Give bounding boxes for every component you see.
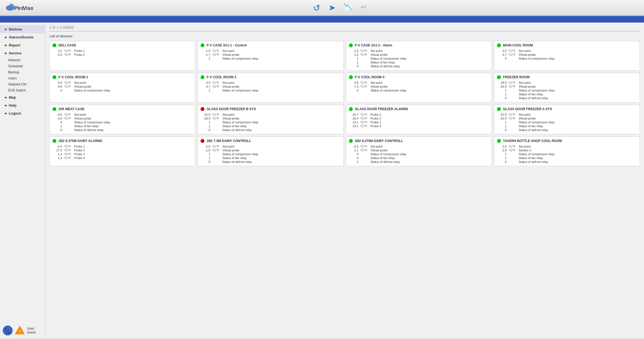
data-label: Status of defrost relay [518,128,637,132]
table-row: -2.0°C/°FSet point [349,145,489,148]
status-dot [52,139,56,143]
device-name: F-V COOL ROOM 1 [59,75,88,79]
sidebar-item-alarms[interactable]: ▶ Alarms/Events [0,33,45,41]
data-value: 1 [349,160,359,164]
refresh-icon[interactable]: ↺ [313,3,320,13]
header: Pl nt Visor ↺ ➤ 📉 ↩ [0,0,644,16]
device-card[interactable]: GLASS DOOR FREEZER ALARMS-16.7°C/°FProbe… [346,105,492,134]
data-label: Probe 3 [370,120,489,124]
device-card[interactable]: 20ft MEAT CASE-4.0°C/°FSet point-3.9°C/°… [49,105,195,134]
device-card[interactable]: F-V CASE 3A1-2 - Alarm-1.0°C/°FSet point… [346,41,492,71]
data-unit [211,124,221,128]
table-row: -16.0°C/°FVirtual probe [497,85,637,88]
data-unit [63,128,73,132]
device-data-table: 2.0°C/°FSet point3.7°C/°FVirtual probe0S… [497,49,637,60]
table-row: 1Status of compressor relay [201,57,340,60]
data-value: 3.1 [52,49,63,53]
device-card[interactable]: F-V COOL ROOM 24.0°C/°FSet point4.7°C/°F… [198,73,343,102]
data-label: Set point [221,49,340,53]
data-value: 1 [349,57,359,60]
sidebar-item-service[interactable]: ▶ Service [0,49,45,57]
device-card[interactable]: 2B2 9.375M DAIRY CONTROLL-2.0°C/°FSet po… [346,137,492,166]
data-value: 0 [349,64,359,68]
device-card[interactable]: 2B1 7.5M DAIRY CONTROLL-2.0°C/°FSet poin… [198,137,343,166]
data-label: Probe 4 [73,156,192,160]
device-data-table: 4.0°C/°FSet point4.7°C/°FVirtual probe1S… [201,81,340,92]
data-unit: °C/°F [63,116,73,120]
data-label: Probe 2 [73,148,192,152]
data-value: -16.7 [349,113,359,116]
table-row: 0Status of compressor relay [349,152,489,156]
sidebar-sub-label-setpoint: Setpoint Ctrl [8,82,26,86]
device-card[interactable]: GLASS DOOR FREEZER B SYS-22.0°C/°FSet po… [198,105,343,134]
sidebar-item-report[interactable]: ▶ Report [0,41,45,49]
device-data-table: -2.0°C/°FSet point1.1°C/°FVirtual probe0… [349,145,489,164]
data-value: -2.0 [349,145,359,148]
data-unit: °C/°F [63,113,73,116]
device-data-table: 4.6°C/°FSet point7.3°C/°FVirtual probe0S… [349,81,489,92]
device-card[interactable]: 2B2 9.375M DAIRY ALARMS-0.4°C/°FProbe 11… [49,137,195,166]
data-value: 0 [349,156,359,160]
sidebar-sub-users[interactable]: Users [0,75,45,81]
sidebar-sub-backup[interactable]: Backup [0,69,45,75]
data-value: 2.0 [497,49,507,53]
device-card[interactable]: GLASS DOOR FREEZER A SYS-22.0°C/°FSet po… [494,105,640,134]
sidebar-item-logout[interactable]: ▶ Logout [0,109,45,117]
data-unit [359,88,370,92]
data-unit: °C/°F [63,85,73,88]
status-dot [201,43,204,47]
user-label: User: [27,327,36,330]
data-label: Virtual probe [221,85,340,88]
data-unit [359,64,370,68]
device-card[interactable]: MAIN COOL ROOM2.0°C/°FSet point3.7°C/°FV… [494,41,640,71]
cursor-icon[interactable]: ➤ [329,3,335,13]
table-row: 2.0°C/°FSet point [497,49,637,53]
sidebar-label-report: Report [9,43,20,47]
device-card[interactable]: TAVERN BOTTLE SHOP COOL ROOM2.5°C/°FSet … [494,137,640,166]
data-unit: °C/°F [507,53,518,57]
data-unit: °C/°F [359,145,370,148]
sidebar-item-devices[interactable]: ▶ Devices [0,25,45,33]
table-row: -16.7°C/°FProbe 1 [349,113,489,116]
sidebar-item-help[interactable]: ▶ Help [0,101,45,109]
sidebar-sub-scheduler[interactable]: Scheduler [0,63,45,69]
sidebar-sub-network[interactable]: Network [0,57,45,63]
arrow-icon: ▶ [5,36,7,39]
sidebar-sub-setpoint[interactable]: Setpoint Ctrl [0,81,45,87]
table-row: 0Status of compressor relay [52,120,192,124]
data-unit [211,152,221,156]
sidebar-label-alarms: Alarms/Events [9,35,34,39]
data-unit [507,96,518,100]
device-card[interactable]: FREEZER ROOM-18.0°C/°FSet point-16.0°C/°… [494,73,640,102]
data-unit: °C/°F [211,49,221,53]
table-row: 7.3°C/°FVirtual probe [349,85,489,88]
data-label: Status of defrost relay [370,160,489,164]
data-label: Probe 1 [73,145,192,148]
data-value: -18.4 [349,116,359,120]
device-card[interactable]: F-V COOL ROOM 34.6°C/°FSet point7.3°C/°F… [346,73,492,102]
device-card[interactable]: F-V CASE 3A1-1 - Control-1.0°C/°FSet poi… [198,41,343,71]
table-row: 1Status of compressor relay [349,57,489,60]
data-value: -1.0 [201,148,211,152]
device-card[interactable]: F-V COOL ROOM 15.0°C/°FSet point8.0°C/°F… [49,73,195,102]
data-value: 0 [349,152,359,156]
device-name: TAVERN BOTTLE SHOP COOL ROOM [503,139,562,143]
status-dot [349,139,353,143]
device-header: DELI CASE [52,43,192,47]
sidebar-item-map[interactable]: ▶ Map [0,93,45,101]
data-value: 1 [497,120,507,124]
data-value: 1 [497,152,507,156]
data-label: Virtual probe [221,53,340,57]
table-row: 2.5°C/°FSet point [497,145,637,148]
device-name: F-V CASE 3A1-2 - Alarm [355,43,392,47]
data-label: Set point [73,113,192,116]
status-dot [52,43,56,47]
status-dot [201,139,204,143]
sidebar-label-map: Map [9,95,16,99]
device-data-table: -2.0°C/°FSet point-1.0°C/°FVirtual probe… [201,145,340,164]
sidebar-label-service: Service [9,51,21,55]
sidebar-sub-evd[interactable]: EVD Switch [0,87,45,93]
page-title: 1 B s COMBE [49,25,640,30]
data-value: 19.1 [349,124,359,128]
device-card[interactable]: DELI CASE3.1°C/°FProbe 1-2.5°C/°FProbe 2 [49,41,195,71]
